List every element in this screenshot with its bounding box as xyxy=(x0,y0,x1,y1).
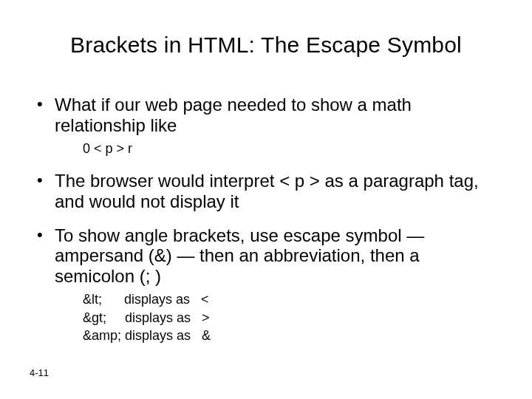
bullet-text-1: What if our web page needed to show a ma… xyxy=(55,95,412,135)
escape-row-amp: &amp; displays as & xyxy=(83,327,499,344)
bullet-1-sub: 0 < p > r xyxy=(83,140,499,157)
bullet-item-3: To show angle brackets, use escape symbo… xyxy=(33,225,499,345)
bullet-3-sub: &lt; displays as < &gt; displays as > &a… xyxy=(83,290,499,344)
bullet-text-3: To show angle brackets, use escape symbo… xyxy=(55,225,424,286)
bullet-item-2: The browser would interpret < p > as a p… xyxy=(33,171,499,211)
bullet-list: What if our web page needed to show a ma… xyxy=(33,95,499,344)
bullet-item-1: What if our web page needed to show a ma… xyxy=(33,95,499,157)
slide-body: What if our web page needed to show a ma… xyxy=(33,95,499,358)
slide-number: 4-11 xyxy=(30,367,49,378)
slide: Brackets in HTML: The Escape Symbol What… xyxy=(0,0,532,399)
bullet-text-2: The browser would interpret < p > as a p… xyxy=(55,171,479,211)
escape-row-lt: &lt; displays as < xyxy=(83,290,499,308)
escape-row-gt: &gt; displays as > xyxy=(83,309,499,327)
slide-title: Brackets in HTML: The Escape Symbol xyxy=(0,33,532,58)
